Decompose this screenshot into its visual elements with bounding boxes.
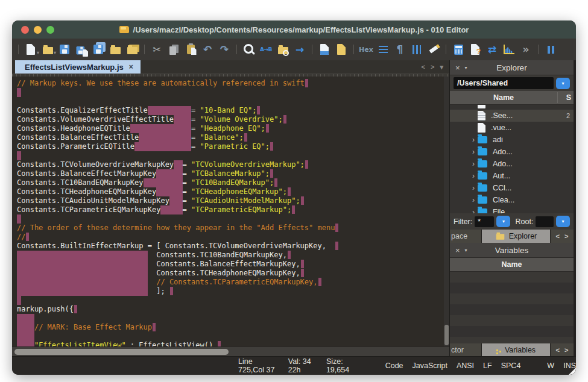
- more-tools-button[interactable]: »: [517, 40, 534, 58]
- explorer-path-dropdown-button[interactable]: ▾: [556, 78, 570, 89]
- goto-button[interactable]: →: [291, 40, 308, 58]
- tab-inspector[interactable]: ctor: [450, 343, 481, 357]
- code-line[interactable]: [17, 151, 441, 160]
- calculator-button[interactable]: [450, 40, 467, 58]
- file-tree-row[interactable]: ›Ado...: [450, 158, 574, 170]
- code-line[interactable]: // Constants.TCParametricEQMarkupKey,: [17, 278, 441, 287]
- explorer-path-input[interactable]: /Users/Shared: [454, 77, 554, 89]
- code-line[interactable]: Constants.BalanceEffectTitle = "Balance"…: [17, 133, 441, 142]
- code-line[interactable]: //: [17, 233, 441, 242]
- minimize-window-button[interactable]: [34, 26, 42, 34]
- code-line[interactable]: Constants.TC10BandEQMarkupKey,: [17, 251, 441, 260]
- code-editor[interactable]: // Markup keys. We use these are automat…: [12, 77, 449, 346]
- filter-dropdown-button[interactable]: ▾: [496, 216, 510, 227]
- save-as-button[interactable]: [73, 40, 90, 58]
- find-button[interactable]: [241, 40, 258, 58]
- code-line[interactable]: Constants.TC10BandEQMarkupKey = "TC10Ban…: [17, 178, 441, 187]
- expand-chevron-icon[interactable]: ›: [469, 136, 478, 144]
- code-line[interactable]: Constants.BuiltInEffectMarkup = [ Consta…: [17, 242, 441, 251]
- file-tree-row[interactable]: .vue...: [450, 122, 574, 134]
- code-line[interactable]: // The order of these determine how they…: [17, 224, 441, 233]
- code-line[interactable]: Constants.TCHeadphoneEQMarkupKey,: [17, 269, 441, 278]
- code-line[interactable]: [17, 314, 441, 323]
- panel-tab-right-icon[interactable]: >: [564, 233, 568, 240]
- code-line[interactable]: [17, 214, 441, 224]
- code-line[interactable]: markup.push({: [17, 305, 441, 314]
- variables-column-header[interactable]: Name: [450, 258, 574, 272]
- hex-mode-button[interactable]: Hex: [358, 40, 375, 58]
- highlight-button[interactable]: [425, 40, 442, 58]
- show-whitespace-button[interactable]: ¶: [391, 40, 408, 58]
- code-line[interactable]: Constants.BalanceEffectMarkupKey = "TCBa…: [17, 169, 441, 178]
- zoom-window-button[interactable]: [46, 26, 54, 34]
- code-line[interactable]: Constants.TCAudioUnitModelMarkupKey = "T…: [17, 196, 441, 205]
- expand-chevron-icon[interactable]: ›: [469, 208, 478, 213]
- expand-chevron-icon[interactable]: ›: [469, 184, 478, 192]
- code-line[interactable]: [17, 97, 441, 106]
- code-line[interactable]: [17, 88, 441, 97]
- copy-button[interactable]: [165, 40, 182, 58]
- panel-tab-left-icon[interactable]: <: [556, 346, 560, 354]
- undo-button[interactable]: ↶: [199, 40, 216, 58]
- tab-workspace[interactable]: pace: [450, 230, 481, 243]
- explorer-column-header[interactable]: Name S: [450, 91, 574, 105]
- tab-scroll-left-icon[interactable]: <: [422, 63, 425, 71]
- expand-chevron-icon[interactable]: ›: [469, 160, 478, 168]
- tab-scroll-right-icon[interactable]: >: [431, 63, 434, 71]
- expand-chevron-icon[interactable]: ›: [469, 148, 478, 156]
- open-folder-button[interactable]: [107, 40, 124, 58]
- replace-button[interactable]: A→B: [258, 40, 274, 58]
- convert-button[interactable]: ⇄: [484, 40, 501, 58]
- redo-button[interactable]: ↷: [216, 40, 233, 58]
- expand-chevron-icon[interactable]: ›: [469, 172, 478, 180]
- code-line[interactable]: Constants.ParametricEQTitle = "Parametri…: [17, 142, 441, 151]
- expand-chevron-icon[interactable]: ›: [469, 196, 478, 204]
- tab-list-icon[interactable]: ▾: [440, 63, 443, 71]
- root-input[interactable]: [536, 216, 554, 227]
- run-template-button[interactable]: [316, 40, 333, 58]
- new-file-button[interactable]: ▾: [22, 40, 39, 58]
- file-tree-row[interactable]: ›CCl...: [450, 182, 574, 194]
- code-line[interactable]: Constants.TCVolumeOverdriveMarkupKey = "…: [17, 160, 441, 169]
- file-tree-row[interactable]: [450, 105, 574, 110]
- code-line[interactable]: Constants.EqualizerEffectTitle = "10-Ban…: [17, 106, 441, 115]
- check-file-button[interactable]: ?: [467, 40, 484, 58]
- code-line[interactable]: Constants.VolumeOverdriveEffectTitle = "…: [17, 115, 441, 124]
- file-tree-row[interactable]: ›Aut...: [450, 170, 574, 182]
- filter-input[interactable]: *: [475, 216, 494, 227]
- code-line[interactable]: Constants.BalanceEffectMarkupKey,: [17, 260, 441, 269]
- tab-explorer[interactable]: Explorer: [482, 230, 550, 243]
- horizontal-scrollbar[interactable]: [12, 346, 449, 357]
- code-line[interactable]: Constants.TCParametricEQMarkupKey = "TCP…: [17, 205, 441, 214]
- document-tab[interactable]: EffectsListViewsMarkup.js ×: [15, 60, 141, 74]
- panel-tab-left-icon[interactable]: <: [556, 233, 560, 240]
- code-line[interactable]: ];: [17, 287, 441, 296]
- horizontal-scrollbar-thumb[interactable]: [14, 349, 229, 355]
- save-all-button[interactable]: [90, 40, 107, 58]
- file-tree-row[interactable]: ›adi: [450, 134, 574, 146]
- code-line[interactable]: // MARK: Base Effect Markup: [17, 323, 441, 332]
- panel-tab-right-icon[interactable]: >: [564, 346, 568, 354]
- find-in-files-button[interactable]: [274, 40, 291, 58]
- run-script-button[interactable]: [333, 40, 350, 58]
- histogram-button[interactable]: [501, 40, 517, 58]
- file-tree-row[interactable]: ›Clea...: [450, 194, 574, 206]
- paste-button[interactable]: [182, 40, 199, 58]
- code-line[interactable]: Constants.TCHeadphoneEQMarkupKey = "TCHe…: [17, 187, 441, 196]
- column-mode-button[interactable]: [408, 40, 425, 58]
- root-dropdown-button[interactable]: ▾: [556, 216, 570, 227]
- word-wrap-button[interactable]: [375, 40, 391, 58]
- close-window-button[interactable]: [21, 26, 29, 34]
- save-button[interactable]: [56, 40, 73, 58]
- file-tree-row[interactable]: ›File: [450, 206, 574, 213]
- file-tree-row[interactable]: .See...2: [450, 110, 574, 122]
- code-line[interactable]: [17, 332, 441, 341]
- resize-grip[interactable]: [569, 368, 576, 375]
- open-folder-stack-button[interactable]: [124, 40, 141, 58]
- file-tree-row[interactable]: ›Ado...: [450, 146, 574, 158]
- code-line[interactable]: [17, 296, 441, 305]
- pause-button[interactable]: [542, 40, 559, 58]
- tab-close-icon[interactable]: ×: [129, 63, 133, 71]
- code-line[interactable]: Constants.HeadphoneEQTitle = "Headphone …: [17, 124, 441, 133]
- cut-button[interactable]: ✂: [148, 40, 165, 58]
